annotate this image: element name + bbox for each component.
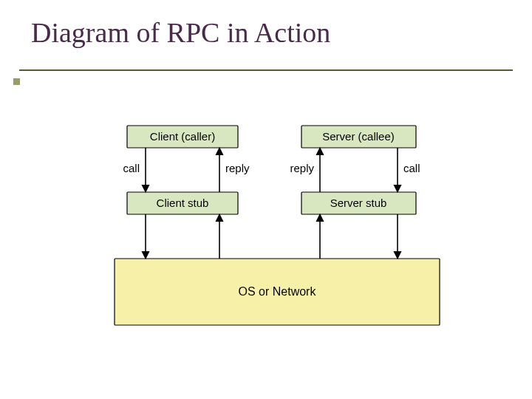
client-caller-label: Client (caller)	[150, 130, 215, 143]
server-stub-label: Server stub	[330, 197, 387, 209]
server-callee-label: Server (callee)	[322, 130, 395, 143]
client-stub-label: Client stub	[157, 197, 209, 209]
edge-label-reply-right: reply	[290, 162, 314, 174]
os-network-label: OS or Network	[239, 285, 317, 298]
slide: Diagram of RPC in Action Client (caller)…	[0, 0, 532, 399]
edge-label-call-left: call	[123, 162, 140, 174]
edge-label-reply-left: reply	[225, 162, 250, 174]
rpc-diagram: Client (caller) Server (callee) Client s…	[0, 0, 532, 399]
edge-label-call-right: call	[403, 162, 420, 174]
